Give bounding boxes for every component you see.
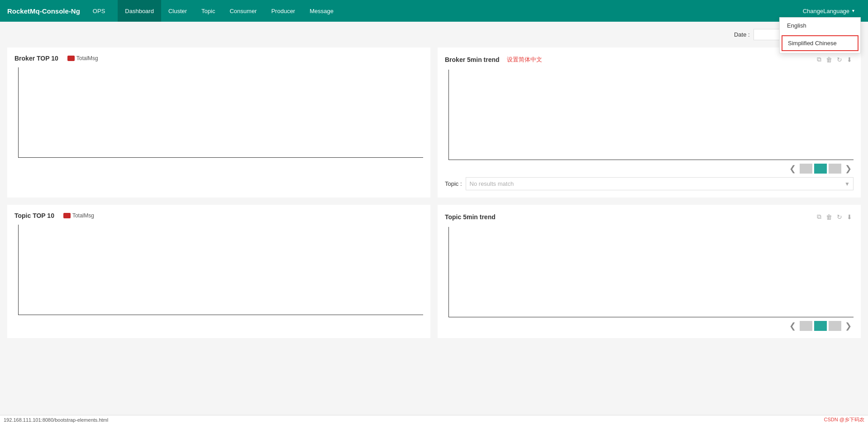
broker-top10-legend: TotalMsg <box>67 55 98 61</box>
broker-5min-panel: Broker 5min trend 设置简体中文 ⧉ 🗑 ↻ ⬇ ❮ ❯ <box>438 47 861 198</box>
broker-topic-controls: Topic : No results match ▼ <box>445 177 854 190</box>
broker-top10-title: Broker TOP 10 <box>14 55 58 62</box>
lang-english[interactable]: English <box>780 18 860 33</box>
topic-copy-icon[interactable]: ⧉ <box>816 212 823 221</box>
topic-trend-controls: ❮ ❯ <box>445 321 854 331</box>
broker-trend-btn1[interactable] <box>800 164 812 174</box>
broker-trend-controls: ❮ ❯ <box>445 164 854 174</box>
nav-message[interactable]: Message <box>302 0 341 22</box>
copy-icon[interactable]: ⧉ <box>816 55 823 64</box>
charts-grid: Broker TOP 10 TotalMsg Broker 5min trend… <box>7 47 861 338</box>
lang-simplified-chinese[interactable]: Simplified Chinese <box>782 35 858 51</box>
footer-url: 192.168.111.101:8080/bootstrap-elements.… <box>4 417 108 423</box>
trash-icon[interactable]: 🗑 <box>825 55 834 64</box>
broker-top10-header: Broker TOP 10 TotalMsg <box>14 55 423 62</box>
topic-trend-btn1[interactable] <box>800 321 812 331</box>
topic-top10-legend-label: TotalMsg <box>72 212 94 219</box>
broker-trend-btn3[interactable] <box>829 164 841 174</box>
topic-top10-header: Topic TOP 10 TotalMsg <box>14 212 423 219</box>
language-dropdown: English Simplified Chinese <box>779 17 861 53</box>
topic-trend-prev[interactable]: ❮ <box>787 321 798 331</box>
topic-top10-legend-color <box>63 213 71 218</box>
navbar: RocketMq-Console-Ng OPS Dashboard Cluste… <box>0 0 868 22</box>
topic-trash-icon[interactable]: 🗑 <box>825 212 834 221</box>
main-content: Date : ≡ Broker TOP 10 TotalMsg Broker 5… <box>0 22 868 424</box>
topic-trend-btn3[interactable] <box>829 321 841 331</box>
topic-5min-title: Topic 5min trend <box>445 213 496 221</box>
broker-5min-header: Broker 5min trend 设置简体中文 ⧉ 🗑 ↻ ⬇ <box>445 55 854 64</box>
topic-select-wrapper: No results match ▼ <box>466 177 854 190</box>
nav-consumer[interactable]: Consumer <box>222 0 264 22</box>
broker-trend-next[interactable]: ❯ <box>843 164 854 174</box>
download-icon[interactable]: ⬇ <box>845 55 854 64</box>
nav-dashboard[interactable]: Dashboard <box>118 0 161 22</box>
nav-cluster[interactable]: Cluster <box>161 0 194 22</box>
broker-top10-panel: Broker TOP 10 TotalMsg <box>7 47 430 198</box>
broker-5min-toolbar: ⧉ 🗑 ↻ ⬇ <box>816 55 854 64</box>
topic-5min-panel: Topic 5min trend ⧉ 🗑 ↻ ⬇ ❮ ❯ <box>438 205 861 338</box>
ops-label: OPS <box>89 6 109 16</box>
topic-5min-header: Topic 5min trend ⧉ 🗑 ↻ ⬇ <box>445 212 854 221</box>
broker-5min-chart <box>448 70 854 160</box>
topic-top10-title: Topic TOP 10 <box>14 212 54 219</box>
broker-top10-chart <box>18 67 423 158</box>
footer-bar: 192.168.111.101:8080/bootstrap-elements.… <box>0 415 868 424</box>
topic-label: Topic : <box>445 180 462 187</box>
date-row: Date : ≡ <box>7 29 861 40</box>
broker-trend-prev[interactable]: ❮ <box>787 164 798 174</box>
nav-topic[interactable]: Topic <box>194 0 222 22</box>
topic-trend-btn2[interactable] <box>814 321 827 331</box>
chinese-text: 设置简体中文 <box>507 56 542 64</box>
broker-trend-btn2[interactable] <box>814 164 827 174</box>
date-label: Date : <box>734 31 750 38</box>
topic-top10-legend: TotalMsg <box>63 212 94 219</box>
topic-top10-panel: Topic TOP 10 TotalMsg <box>7 205 430 338</box>
topic-download-icon[interactable]: ⬇ <box>845 212 854 221</box>
refresh-icon[interactable]: ↻ <box>835 55 844 64</box>
topic-top10-chart <box>18 225 423 315</box>
language-menu[interactable]: ChangeLanguage English Simplified Chines… <box>797 5 861 17</box>
broker-top10-legend-color <box>67 56 75 61</box>
broker-top10-legend-label: TotalMsg <box>76 55 98 61</box>
nav-producer[interactable]: Producer <box>264 0 302 22</box>
topic-refresh-icon[interactable]: ↻ <box>835 212 844 221</box>
change-language-button[interactable]: ChangeLanguage <box>797 5 861 17</box>
topic-5min-chart <box>448 227 854 317</box>
brand: RocketMq-Console-Ng <box>7 7 80 15</box>
topic-trend-next[interactable]: ❯ <box>843 321 854 331</box>
topic-select[interactable]: No results match <box>466 177 854 190</box>
broker-5min-title: Broker 5min trend <box>445 56 500 63</box>
footer-right: CSDN @乡下码农 <box>824 416 864 423</box>
topic-5min-toolbar: ⧉ 🗑 ↻ ⬇ <box>816 212 854 221</box>
